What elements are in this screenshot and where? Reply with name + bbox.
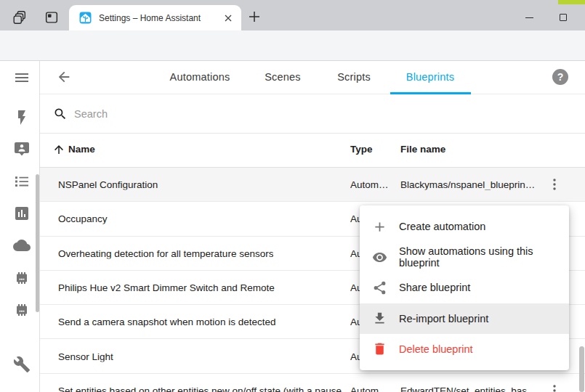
- row-name: Send a camera snapshot when motion is de…: [58, 317, 275, 327]
- row-overflow-menu-button[interactable]: [546, 176, 563, 193]
- tab-scripts[interactable]: Scripts: [337, 71, 371, 83]
- tab-scenes[interactable]: Scenes: [265, 71, 301, 83]
- blueprint-context-menu: Create automation Show automations using…: [360, 205, 569, 370]
- todo-list-icon[interactable]: [13, 173, 31, 190]
- row-name: Set entities based on other entities new…: [58, 385, 342, 392]
- sort-ascending-icon[interactable]: [52, 143, 65, 156]
- browser-tab-bar: Settings – Home Assistant: [0, 0, 585, 30]
- tab-blueprints[interactable]: Blueprints: [406, 71, 454, 83]
- voice-assistant-badge-icon[interactable]: [13, 140, 31, 158]
- ha-sidebar: [0, 61, 40, 392]
- desktop-edge-strip: [558, 0, 585, 4]
- row-name: Occupancy: [58, 213, 108, 224]
- menu-item-label: Create automation: [399, 221, 485, 232]
- search-row: [40, 94, 585, 134]
- row-name: Sensor Light: [58, 351, 113, 362]
- menu-item-show-automations[interactable]: Show automations using this blueprint: [360, 242, 569, 272]
- help-button[interactable]: ?: [552, 69, 568, 85]
- tab-title: Settings – Home Assistant: [99, 13, 222, 23]
- wrench-icon[interactable]: [13, 356, 31, 373]
- row-file: EdwardTEN/set_entities_bas…: [400, 385, 535, 392]
- menu-item-share-blueprint[interactable]: Share blueprint: [360, 272, 569, 303]
- ha-header: [40, 61, 585, 94]
- window-minimize-button[interactable]: [518, 9, 540, 26]
- column-header-name[interactable]: Name: [68, 144, 95, 155]
- row-overflow-menu-button[interactable]: [546, 382, 563, 392]
- tab-stack-icon[interactable]: [12, 9, 28, 25]
- trash-icon: [372, 341, 387, 356]
- close-tab-icon[interactable]: [222, 12, 234, 24]
- table-row[interactable]: NSPanel Configuration Autom… Blackymas/n…: [40, 168, 585, 202]
- row-name: Overheating detection for all temperatur…: [58, 248, 273, 258]
- home-assistant-favicon: [79, 12, 92, 24]
- browser-toolbar: Not secure homeassistant.local:8123/… A: [0, 30, 585, 61]
- page-scrollbar[interactable]: [579, 346, 584, 392]
- menu-icon[interactable]: [13, 69, 31, 86]
- lightning-bolt-icon[interactable]: [13, 109, 31, 126]
- browser-tab[interactable]: Settings – Home Assistant: [69, 5, 241, 30]
- menu-item-label: Show automations using this blueprint: [399, 245, 569, 269]
- chip-icon[interactable]: [13, 301, 31, 319]
- chip-icon[interactable]: [13, 269, 31, 287]
- browser-window: Settings – Home Assistant: [0, 0, 585, 392]
- row-file: Blackymas/nspanel_blueprin…: [400, 179, 535, 190]
- share-icon: [372, 280, 387, 295]
- sidebar-scrollbar[interactable]: [36, 174, 39, 312]
- row-name: Philips Hue v2 Smart Dimmer Switch and R…: [58, 282, 275, 293]
- row-name: NSPanel Configuration: [58, 179, 158, 190]
- search-icon: [53, 107, 68, 121]
- ha-back-button[interactable]: [56, 69, 72, 85]
- dots-vertical-icon: [546, 176, 563, 193]
- menu-item-delete-blueprint[interactable]: Delete blueprint: [360, 334, 569, 364]
- column-header-file[interactable]: File name: [400, 144, 445, 155]
- new-tab-icon[interactable]: [247, 9, 262, 24]
- vertical-tabs-icon[interactable]: [44, 9, 60, 25]
- menu-item-label: Re-import blueprint: [399, 313, 488, 324]
- cloud-icon[interactable]: [13, 237, 31, 254]
- column-header-type[interactable]: Type: [350, 144, 373, 155]
- tab-automations[interactable]: Automations: [170, 71, 230, 83]
- search-input[interactable]: [74, 108, 510, 120]
- dots-vertical-icon: [546, 382, 563, 392]
- window-maximize-button[interactable]: [552, 9, 574, 26]
- menu-item-label: Delete blueprint: [399, 343, 473, 355]
- download-icon: [372, 311, 387, 326]
- table-row[interactable]: Set entities based on other entities new…: [40, 374, 585, 392]
- menu-item-create-automation[interactable]: Create automation: [360, 211, 569, 242]
- eye-icon: [372, 250, 387, 265]
- row-type: Autom…: [350, 385, 389, 392]
- row-type: Autom…: [350, 179, 389, 190]
- menu-item-label: Share blueprint: [399, 282, 470, 293]
- plus-icon: [372, 219, 387, 234]
- maximize-icon: [560, 14, 567, 21]
- minimize-icon: [525, 17, 533, 18]
- history-chart-icon[interactable]: [13, 205, 31, 222]
- table-header: Name Type File name: [40, 134, 585, 168]
- menu-item-reimport-blueprint[interactable]: Re-import blueprint: [360, 303, 569, 334]
